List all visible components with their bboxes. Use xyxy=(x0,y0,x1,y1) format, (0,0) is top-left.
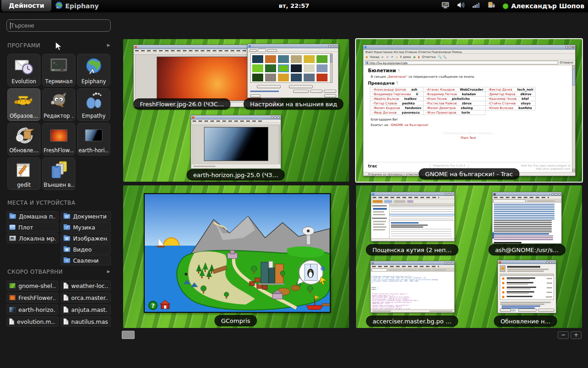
wallpaper-thumb[interactable] xyxy=(291,55,302,63)
reload-icon[interactable]: ⟳ xyxy=(391,55,393,59)
help-button[interactable] xyxy=(250,94,260,98)
recent-item[interactable]: gnome-shel… xyxy=(6,281,58,291)
scroll-down-arrow[interactable] xyxy=(572,169,575,172)
window-gimp-earth-horizon[interactable] xyxy=(191,115,281,169)
workspace-remove-button[interactable]: − xyxy=(558,331,569,339)
recent-item[interactable]: evolution.m… xyxy=(6,316,58,327)
window-gedit-accerciser[interactable]: # Bulgarian translation of accerciser po… xyxy=(370,261,455,313)
window-caption[interactable]: earth-horizon.jpg-25.0 (ЧЗ… xyxy=(187,169,285,180)
link-text-placeholder[interactable] xyxy=(250,91,279,92)
app-tile-appearance[interactable]: Външен в… xyxy=(42,157,75,190)
recent-item[interactable]: FreshFlower… xyxy=(6,293,58,303)
workspace-2-active[interactable]: Файл Редактиране Изглед Отиване Отметки … xyxy=(356,39,582,182)
url-input[interactable]: http://fsa-bg.org/project/gtp xyxy=(365,61,558,64)
stop-icon[interactable]: ⊘ xyxy=(386,55,389,59)
battery-icon[interactable] xyxy=(487,1,496,11)
wallpaper-thumb[interactable] xyxy=(252,55,263,63)
globe-icon[interactable]: ◉ xyxy=(413,55,416,59)
bulletins-link[interactable]: Бюлетини xyxy=(389,75,406,79)
wallpaper-thumb[interactable] xyxy=(291,64,302,72)
wallpaper-thumb[interactable] xyxy=(317,55,328,63)
place-pictures[interactable]: ▦ Изображен… xyxy=(61,233,111,243)
app-tile-gedit[interactable]: gedit xyxy=(7,157,40,190)
browser-menu-bar[interactable]: Файл Редактиране Изглед Отиване Отметки … xyxy=(363,50,575,54)
wallpaper-thumb[interactable] xyxy=(304,74,315,81)
workspace-indicator[interactable] xyxy=(122,331,135,339)
remove-button[interactable] xyxy=(310,90,322,93)
wallpaper-thumb[interactable] xyxy=(278,74,289,81)
recent-item[interactable]: nautilus.mas… xyxy=(61,316,111,327)
plain-text-link[interactable]: Plain Text xyxy=(368,136,569,140)
workspace-1[interactable]: FreshFlower.jpg-26.0 (ЧЗС… Настройки на … xyxy=(123,39,349,182)
home-label[interactable]: У дома xyxy=(400,55,411,59)
wallpaper-thumb[interactable] xyxy=(317,64,328,72)
scroll-thumb[interactable] xyxy=(572,69,575,86)
translator-link[interactable]: Стойчо Станчев xyxy=(489,102,515,105)
window-caption[interactable]: accerciser.master.bg.po … xyxy=(366,316,458,327)
wallpaper-thumb[interactable] xyxy=(278,55,289,63)
bookmarks-label[interactable]: Отметки xyxy=(422,55,436,59)
window-evolution-mail[interactable] xyxy=(371,192,455,242)
user-menu[interactable]: Александър Шопов xyxy=(503,2,584,10)
scroll-up-arrow[interactable] xyxy=(572,65,575,69)
recent-item[interactable]: earth-horizo… xyxy=(6,305,58,315)
translator-link[interactable]: Виктор Дачев xyxy=(489,88,512,92)
translator-link[interactable]: Атанас Кошаров xyxy=(428,88,455,92)
scrollbar[interactable] xyxy=(572,65,575,172)
install-button[interactable] xyxy=(538,309,554,312)
place-downloads[interactable]: ↓ Свалени xyxy=(61,255,111,265)
app-tile-epiphany[interactable]: Epiphany xyxy=(77,54,110,86)
workspace-3[interactable]: ? GCompris xyxy=(123,185,349,328)
wallpaper-thumb[interactable] xyxy=(252,74,263,81)
app-tile-freshflower[interactable]: FreshFlow… xyxy=(42,123,75,155)
add-button[interactable] xyxy=(324,90,336,93)
app-tile-gcompris[interactable]: Образов… xyxy=(7,88,40,121)
home-icon[interactable]: ⌂ xyxy=(396,55,398,59)
app-tile-gimp[interactable]: Редактор … xyxy=(42,88,75,121)
place-music[interactable]: ♪ Музика xyxy=(61,222,111,232)
zoom-icons[interactable]: 🔍 🔍 xyxy=(438,55,446,59)
display-settings-icon[interactable] xyxy=(441,1,450,11)
place-videos[interactable]: ▣ Видео xyxy=(61,244,111,254)
window-gcompris[interactable]: ? xyxy=(144,193,331,313)
volume-icon[interactable] xyxy=(457,1,465,11)
translator-link[interactable]: Владимир Петков xyxy=(428,92,457,96)
translator-link[interactable]: Ясен Праматаров xyxy=(428,111,457,115)
back-label[interactable]: Назад xyxy=(370,55,379,59)
programs-expander-icon[interactable]: ▶ xyxy=(107,43,110,47)
wallpaper-thumb[interactable] xyxy=(265,74,276,81)
recent-item[interactable]: weather-loc… xyxy=(61,281,111,291)
translator-link[interactable]: Петър Славов xyxy=(374,102,397,105)
translator-link[interactable]: Илия Пенев xyxy=(428,97,447,101)
forward-icon[interactable]: ▶ xyxy=(382,55,384,59)
translator-link[interactable]: Филип Димитров xyxy=(428,106,456,110)
translator-link[interactable]: Филип Андонов xyxy=(374,106,400,110)
check-button[interactable] xyxy=(518,309,537,312)
search-input[interactable] xyxy=(6,19,111,32)
place-home[interactable]: ⌂ Домашна п… xyxy=(6,211,58,221)
app-tile-empathy[interactable]: Empathy xyxy=(77,88,110,121)
window-update-manager[interactable] xyxy=(498,260,556,313)
translator-link[interactable]: Красимир Чонов xyxy=(489,97,516,101)
window-caption[interactable]: Пощенска кутия (2 неп… xyxy=(366,244,458,255)
translator-link[interactable]: Димитър Киров xyxy=(489,92,515,96)
translator-link[interactable]: Владимира Гиргинова xyxy=(374,92,411,96)
go-button[interactable]: Отиване xyxy=(560,61,573,64)
translator-link[interactable]: Александър Шопов xyxy=(374,88,406,92)
wallpaper-thumb[interactable] xyxy=(304,55,315,63)
window-caption[interactable]: Настройки на външния вид xyxy=(243,98,343,109)
link-placeholder[interactable] xyxy=(502,305,540,307)
wallpaper-thumb-selected[interactable] xyxy=(278,64,289,72)
window-caption[interactable]: ash@GNOME:/usr/s… xyxy=(489,244,565,255)
wallpaper-thumb[interactable] xyxy=(291,74,302,81)
window-caption[interactable]: Обновление н… xyxy=(494,316,557,327)
app-tile-earth-horizon[interactable]: earth-hori… xyxy=(77,123,110,155)
translator-link[interactable]: Юлия Волкова xyxy=(489,106,513,110)
app-tile-evolution[interactable]: Evolution xyxy=(7,54,40,86)
team-link[interactable]: GNOME на български! xyxy=(391,123,429,127)
bookmarks-icon[interactable]: ▮ xyxy=(418,55,420,59)
window-caption[interactable]: FreshFlower.jpg-26.0 (ЧЗС… xyxy=(134,98,231,109)
place-documents[interactable]: ▤ Документи xyxy=(61,211,111,221)
translator-link[interactable]: Явор Доганов xyxy=(374,111,396,115)
recent-expander-icon[interactable]: ▶ xyxy=(107,269,110,274)
